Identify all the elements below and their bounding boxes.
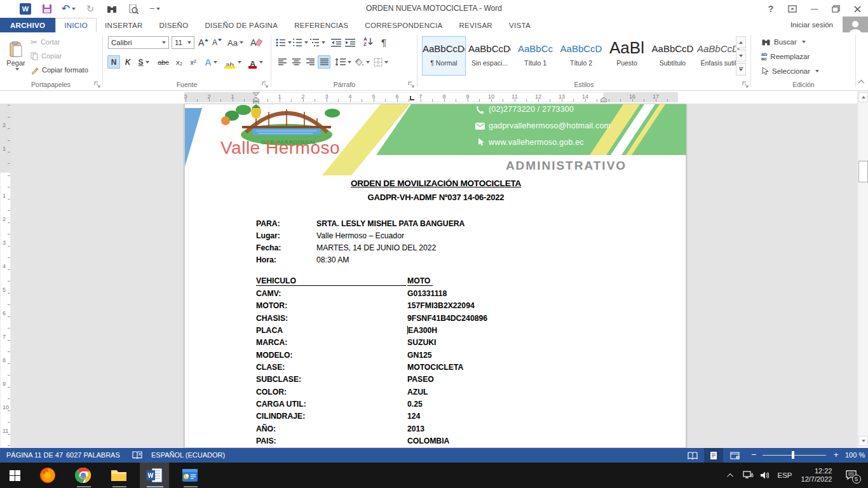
styles-more-button[interactable] (736, 63, 746, 76)
select-button[interactable]: Seleccionar (761, 65, 819, 77)
style-enfasis-sutil[interactable]: AaBbCcDcÉnfasis sutil (696, 36, 740, 76)
cut-button[interactable]: ✂Cortar (31, 36, 60, 48)
scroll-up-button[interactable] (858, 92, 868, 102)
first-line-indent-marker[interactable] (253, 92, 259, 97)
justify-button[interactable] (318, 55, 330, 69)
borders-button[interactable] (374, 55, 388, 69)
style-subtitulo[interactable]: AaBbCcDSubtítulo (651, 36, 695, 76)
find-button[interactable]: Buscar (761, 36, 806, 48)
zoom-level[interactable]: 100 % (845, 451, 865, 459)
tab-archivo[interactable]: ARCHIVO (0, 18, 55, 32)
style-puesto[interactable]: AaBlPuesto (605, 36, 649, 76)
align-center-button[interactable] (290, 55, 302, 69)
tab-inicio[interactable]: INICIO (55, 18, 97, 32)
copy-button[interactable]: Copiar (31, 50, 62, 62)
file-explorer-icon[interactable] (104, 463, 133, 488)
page-indicator[interactable]: PÁGINA 11 DE 47 (6, 451, 63, 459)
notification-center-icon[interactable]: 5 (840, 463, 862, 488)
tab-vista[interactable]: VISTA (501, 18, 539, 32)
shrink-font-button[interactable]: A (212, 36, 222, 49)
format-painter-button[interactable]: Copiar formato (31, 64, 88, 76)
line-spacing-button[interactable] (335, 55, 351, 69)
minimize-button[interactable] (803, 0, 825, 18)
font-dialog-launcher[interactable] (262, 81, 269, 88)
tray-clock[interactable]: 12:2212/7/2022 (796, 463, 837, 488)
paragraph-dialog-launcher[interactable] (408, 81, 415, 88)
zoom-in-button[interactable]: + (834, 450, 839, 459)
align-right-button[interactable] (304, 55, 316, 69)
speaker-icon[interactable] (756, 463, 774, 488)
language-indicator[interactable]: ESPAÑOL (ECUADOR) (151, 451, 225, 459)
style-titulo-2[interactable]: AaBbCcDTítulo 2 (559, 36, 603, 76)
document-page[interactable]: GAD PARROQUIAL Valle Hermoso (02)2773220… (184, 104, 686, 448)
numbering-button[interactable] (292, 36, 308, 49)
tray-language[interactable]: ESP (774, 463, 796, 488)
tab-referencias[interactable]: REFERENCIAS (286, 18, 356, 32)
chrome-icon[interactable] (69, 463, 98, 488)
highlight-color-button[interactable]: ab (224, 55, 241, 69)
zoom-out-button[interactable]: − (751, 449, 756, 459)
network-icon[interactable] (740, 463, 756, 488)
change-case-button[interactable]: Aa (227, 36, 243, 49)
multilevel-list-button[interactable] (309, 36, 325, 49)
paste-button[interactable]: Pegar (4, 35, 28, 77)
ribbon-display-options-button[interactable] (782, 0, 803, 18)
tray-chevron-icon[interactable] (723, 463, 738, 488)
font-size-combo[interactable]: 11 (172, 36, 194, 49)
styles-scroll-up[interactable] (736, 36, 746, 48)
system-app-icon[interactable] (175, 463, 205, 488)
start-button[interactable] (0, 463, 29, 488)
sign-in-link[interactable]: Iniciar sesión (790, 21, 833, 29)
word-taskbar-icon[interactable] (140, 463, 169, 488)
scrollbar-thumb[interactable] (858, 161, 868, 182)
style-titulo-1[interactable]: AaBbCcTítulo 1 (513, 36, 557, 76)
tab-insertar[interactable]: INSERTAR (97, 18, 151, 32)
font-color-button[interactable]: A (248, 55, 263, 69)
align-left-button[interactable] (276, 55, 288, 69)
read-mode-button[interactable] (683, 448, 702, 463)
superscript-button[interactable]: x² (187, 55, 200, 69)
grow-font-button[interactable]: A (198, 36, 208, 49)
tab-diseno[interactable]: DISEÑO (151, 18, 197, 32)
tab-revisar[interactable]: REVISAR (451, 18, 501, 32)
bullets-button[interactable] (276, 36, 292, 49)
tab-correspondencia[interactable]: CORRESPONDENCIA (356, 18, 451, 32)
replace-button[interactable]: abac Reemplazar (761, 51, 810, 62)
bold-button[interactable]: N (107, 55, 120, 69)
tab-diseno-de-pagina[interactable]: DISEÑO DE PÁGINA (196, 18, 286, 32)
clipboard-dialog-launcher[interactable] (94, 81, 101, 88)
subscript-button[interactable]: x₂ (173, 55, 186, 69)
close-button[interactable] (846, 0, 868, 18)
scroll-down-button[interactable] (858, 436, 868, 446)
increase-indent-button[interactable] (345, 36, 355, 49)
right-indent-marker[interactable] (600, 97, 607, 102)
firefox-icon[interactable] (33, 463, 62, 488)
restore-button[interactable] (825, 0, 846, 18)
zoom-slider-track[interactable] (763, 455, 826, 456)
text-effects-button[interactable]: A (205, 55, 217, 69)
collapse-ribbon-button[interactable] (857, 78, 865, 87)
tab-stop-marker[interactable] (410, 96, 414, 100)
sort-button[interactable]: AZ (363, 35, 373, 49)
shading-button[interactable] (354, 55, 370, 69)
show-paragraph-marks-button[interactable]: ¶ (381, 35, 386, 49)
proofing-status-icon[interactable] (132, 451, 142, 459)
font-family-combo[interactable]: Calibri (108, 36, 169, 49)
styles-scroll-down[interactable] (736, 50, 746, 62)
underline-button[interactable]: S (135, 55, 153, 69)
styles-dialog-launcher[interactable] (742, 81, 749, 88)
clear-formatting-button[interactable]: A (250, 36, 261, 49)
style-normal[interactable]: AaBbCcDc¶ Normal (422, 36, 466, 76)
print-layout-button[interactable] (704, 448, 723, 463)
italic-button[interactable]: K (122, 55, 133, 69)
recipient-row: Lugar:Valle Hermoso – Ecuador (185, 231, 687, 243)
web-layout-button[interactable] (725, 448, 744, 463)
vertical-scrollbar[interactable] (857, 91, 868, 448)
decrease-indent-button[interactable] (331, 36, 341, 49)
strikethrough-button[interactable]: abc (155, 55, 172, 69)
word-count[interactable]: 6027 PALABRAS (66, 451, 120, 459)
vehicle-field-label: CAMV: (256, 289, 281, 298)
help-button[interactable]: ? (760, 0, 782, 18)
style-sin-espaciado[interactable]: AaBbCcDcSin espaci... (468, 36, 512, 76)
zoom-slider-handle[interactable] (792, 451, 794, 459)
